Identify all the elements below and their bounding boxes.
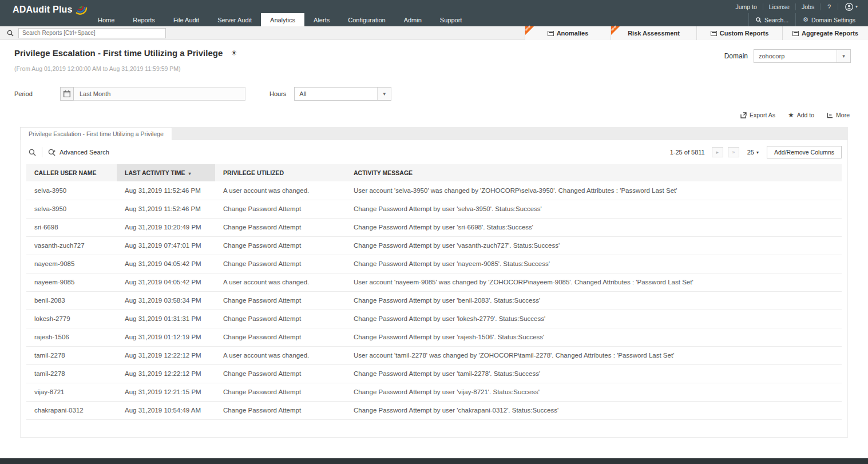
- column-header-privilege-utilized[interactable]: PRIVILEGE UTILIZED: [215, 164, 346, 181]
- domain-selector: Domain zohocorp ▾: [724, 49, 851, 63]
- global-search-button[interactable]: Search...: [748, 13, 795, 26]
- table-row[interactable]: rajesh-1506Aug 31,2019 01:12:19 PMChange…: [26, 328, 842, 346]
- report-icon: [711, 31, 717, 36]
- next-page-button[interactable]: ▸: [712, 147, 723, 157]
- cell-privilege-utilized: Change Password Attempt: [215, 255, 346, 273]
- more-button[interactable]: More: [827, 111, 850, 119]
- feature-tab-aggregate-reports[interactable]: Aggregate Reports: [782, 26, 868, 40]
- app-logo[interactable]: ADAudit Plus: [13, 5, 89, 15]
- cell-caller-user-name: vijay-8721: [26, 383, 117, 401]
- cell-activity-message: Change Password Attempt by user 'rajesh-…: [346, 328, 842, 346]
- nav-item-support[interactable]: Support: [431, 13, 471, 26]
- domain-select-value: zohocorp: [754, 53, 837, 60]
- cell-last-activity-time: Aug 31,2019 10:20:49 PM: [117, 218, 215, 236]
- period-input[interactable]: [74, 87, 245, 101]
- chevron-down-icon: ▾: [837, 50, 850, 62]
- nav-item-reports[interactable]: Reports: [124, 13, 164, 26]
- cell-last-activity-time: Aug 31,2019 04:05:42 PM: [117, 273, 215, 291]
- add-remove-columns-button[interactable]: Add/Remove Columns: [767, 146, 842, 158]
- report-search-input[interactable]: [18, 28, 166, 38]
- domain-select[interactable]: zohocorp ▾: [754, 49, 851, 63]
- domain-settings-button[interactable]: ⚙ Domain Settings: [795, 13, 862, 26]
- search-icon: [7, 30, 14, 37]
- table-row[interactable]: selva-3950Aug 31,2019 11:52:46 PMChange …: [26, 200, 842, 218]
- help-icon[interactable]: ?: [821, 3, 838, 10]
- hours-select[interactable]: All ▾: [294, 87, 391, 101]
- schedule-sun-icon[interactable]: ☀: [231, 49, 237, 57]
- cell-last-activity-time: Aug 31,2019 01:12:19 PM: [117, 328, 215, 346]
- table-row[interactable]: nayeem-9085Aug 31,2019 04:05:42 PMA user…: [26, 273, 842, 291]
- cell-activity-message: User account 'selva-3950' was changed by…: [346, 181, 842, 200]
- next-page-icon: ▸: [716, 149, 719, 155]
- nav-item-analytics[interactable]: Analytics: [261, 13, 304, 26]
- nav-item-alerts[interactable]: Alerts: [304, 13, 339, 26]
- utility-item-jobs[interactable]: Jobs: [796, 3, 821, 10]
- sub-toolbar: NEWAnomaliesNEWRisk AssessmentCustom Rep…: [0, 26, 868, 40]
- anomalies-icon: [548, 31, 554, 36]
- table-row[interactable]: selva-3950Aug 31,2019 11:52:46 PMA user …: [26, 181, 842, 200]
- utility-item-license[interactable]: License: [763, 3, 796, 10]
- utility-bar: Jump toLicenseJobs?▾: [730, 0, 860, 13]
- search-icon[interactable]: [29, 149, 36, 156]
- table-row[interactable]: lokesh-2779Aug 31,2019 01:31:31 PMChange…: [26, 310, 842, 328]
- page: ADAudit Plus Jump toLicenseJobs?▾ HomeRe…: [0, 0, 868, 464]
- cell-privilege-utilized: A user account was changed.: [215, 181, 346, 200]
- pagination-range: 1-25 of 5811: [670, 149, 705, 156]
- table-row[interactable]: chakrapani-0312Aug 31,2019 10:54:49 AMCh…: [26, 401, 842, 419]
- report-table: CALLER USER NAMELAST ACTIVITY TIME▾PRIVI…: [26, 164, 842, 420]
- cell-activity-message: Change Password Attempt by user 'tamil-2…: [346, 364, 842, 383]
- table-row[interactable]: nayeem-9085Aug 31,2019 04:05:42 PMChange…: [26, 255, 842, 273]
- nav-item-home[interactable]: Home: [89, 13, 124, 26]
- cell-privilege-utilized: A user account was changed.: [215, 346, 346, 364]
- feature-tab-risk-assessment[interactable]: NEWRisk Assessment: [611, 26, 696, 40]
- logo-swoosh-icon: [74, 0, 89, 15]
- report-search: [0, 28, 166, 38]
- table-row[interactable]: tamil-2278Aug 31,2019 12:22:12 PMA user …: [26, 346, 842, 364]
- table-row[interactable]: vijay-8721Aug 31,2019 12:21:15 PMChange …: [26, 383, 842, 401]
- cell-caller-user-name: benil-2083: [26, 291, 117, 310]
- cell-last-activity-time: Aug 31,2019 01:31:31 PM: [117, 310, 215, 328]
- export-as-button[interactable]: Export As: [740, 111, 775, 119]
- feature-tab-anomalies[interactable]: NEWAnomalies: [525, 26, 611, 40]
- actions-row: Export As ★ Add to More: [0, 101, 868, 119]
- export-as-label: Export As: [750, 112, 775, 118]
- nav-item-file-audit[interactable]: File Audit: [164, 13, 208, 26]
- last-page-icon: »: [732, 149, 735, 155]
- global-search-label: Search...: [764, 17, 788, 23]
- new-badge: NEW: [525, 26, 534, 35]
- table-row[interactable]: sri-6698Aug 31,2019 10:20:49 PMChange Pa…: [26, 218, 842, 236]
- user-menu[interactable]: ▾: [838, 3, 860, 11]
- advanced-search-button[interactable]: Advanced Search: [48, 149, 109, 156]
- bottom-strip: [0, 458, 868, 464]
- hours-select-value: All: [295, 90, 377, 97]
- feature-tab-label: Custom Reports: [720, 30, 769, 37]
- utility-item-jump-to[interactable]: Jump to: [730, 3, 763, 10]
- nav-item-server-audit[interactable]: Server Audit: [208, 13, 261, 26]
- column-header-last-activity-time[interactable]: LAST ACTIVITY TIME▾: [117, 164, 215, 181]
- table-row[interactable]: vasanth-zuch727Aug 31,2019 07:47:01 PMCh…: [26, 236, 842, 255]
- cell-last-activity-time: Aug 31,2019 10:54:49 AM: [117, 401, 215, 419]
- cell-privilege-utilized: Change Password Attempt: [215, 383, 346, 401]
- add-to-button[interactable]: ★ Add to: [788, 111, 814, 119]
- feature-tab-custom-reports[interactable]: Custom Reports: [696, 26, 782, 40]
- cell-last-activity-time: Aug 31,2019 11:52:46 PM: [117, 181, 215, 200]
- feature-tab-label: Aggregate Reports: [802, 30, 858, 37]
- cell-activity-message: Change Password Attempt by user 'lokesh-…: [346, 310, 842, 328]
- cell-privilege-utilized: Change Password Attempt: [215, 200, 346, 218]
- view-tab-active[interactable]: Privilege Escalation - First time Utiliz…: [20, 127, 172, 140]
- last-page-button[interactable]: »: [728, 147, 739, 157]
- cell-activity-message: Change Password Attempt by user 'selva-3…: [346, 200, 842, 218]
- calendar-icon[interactable]: [60, 87, 74, 101]
- advanced-search-label: Advanced Search: [60, 149, 109, 156]
- column-header-activity-message[interactable]: ACTIVITY MESSAGE: [346, 164, 842, 181]
- nav-item-admin[interactable]: Admin: [395, 13, 431, 26]
- table-row[interactable]: benil-2083Aug 31,2019 03:58:34 PMChange …: [26, 291, 842, 310]
- cell-privilege-utilized: Change Password Attempt: [215, 401, 346, 419]
- page-size-select[interactable]: 25 ▾: [744, 149, 762, 156]
- column-header-caller-user-name[interactable]: CALLER USER NAME: [26, 164, 117, 181]
- nav-item-configuration[interactable]: Configuration: [339, 13, 394, 26]
- report-panel: Advanced Search 1-25 of 5811 ▸ » 25 ▾ Ad…: [20, 140, 848, 438]
- cell-caller-user-name: vasanth-zuch727: [26, 236, 117, 255]
- table-row[interactable]: tamil-2278Aug 31,2019 12:22:12 PMChange …: [26, 364, 842, 383]
- feature-tabs: NEWAnomaliesNEWRisk AssessmentCustom Rep…: [525, 26, 868, 40]
